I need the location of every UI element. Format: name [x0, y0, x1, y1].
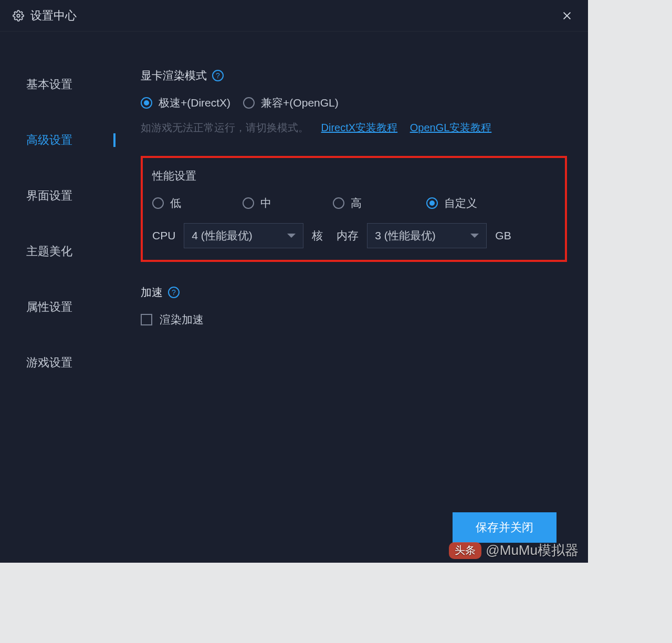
- sidebar: 基本设置 高级设置 界面设置 主题美化 属性设置 游戏设置: [0, 68, 116, 515]
- accelerate-title: 加速: [141, 285, 163, 300]
- mem-label: 内存: [337, 228, 359, 243]
- save-close-button[interactable]: 保存并关闭: [453, 512, 556, 543]
- sidebar-item-label: 界面设置: [26, 189, 72, 202]
- close-button[interactable]: [559, 7, 575, 24]
- radio-icon: [141, 97, 152, 109]
- dropdown-value: 3 (性能最优): [375, 228, 436, 243]
- titlebar: 设置中心: [0, 0, 588, 31]
- radio-icon: [243, 197, 254, 209]
- sidebar-item-property[interactable]: 属性设置: [26, 291, 116, 323]
- render-mode-section: 显卡渲染模式 ? 极速+(DirectX) 兼容+(OpenGL) 如游戏无法正…: [141, 68, 567, 135]
- sidebar-item-label: 基本设置: [26, 78, 72, 91]
- radio-label: 中: [260, 196, 271, 210]
- radio-high[interactable]: 高: [333, 196, 426, 210]
- dropdown-value: 4 (性能最优): [192, 228, 253, 243]
- radio-label: 兼容+(OpenGL): [261, 96, 339, 110]
- radio-label: 自定义: [444, 196, 477, 210]
- performance-section: 性能设置 低 中 高 自定义: [141, 156, 567, 262]
- sidebar-item-advanced[interactable]: 高级设置: [26, 124, 116, 156]
- sidebar-item-theme[interactable]: 主题美化: [26, 235, 116, 268]
- chevron-down-icon: [470, 234, 479, 238]
- mem-unit: GB: [495, 229, 511, 242]
- radio-custom[interactable]: 自定义: [426, 196, 477, 210]
- background-margin: [0, 563, 672, 643]
- radio-opengl[interactable]: 兼容+(OpenGL): [243, 96, 339, 110]
- svg-point-0: [17, 14, 20, 17]
- window-title: 设置中心: [30, 8, 77, 24]
- watermark-text: @MuMu模拟器: [486, 541, 579, 560]
- radio-medium[interactable]: 中: [243, 196, 333, 210]
- radio-icon: [333, 197, 344, 209]
- render-mode-title: 显卡渲染模式: [141, 68, 207, 83]
- radio-icon: [426, 197, 438, 209]
- radio-directx[interactable]: 极速+(DirectX): [141, 96, 230, 110]
- cpu-unit: 核: [312, 228, 323, 243]
- gear-icon: [13, 10, 24, 22]
- cpu-label: CPU: [152, 229, 175, 242]
- mem-dropdown[interactable]: 3 (性能最优): [367, 223, 487, 248]
- sidebar-item-label: 属性设置: [26, 300, 72, 313]
- link-opengl-tutorial[interactable]: OpenGL安装教程: [410, 122, 492, 133]
- sidebar-item-label: 高级设置: [26, 133, 72, 146]
- background-margin: [588, 0, 672, 563]
- cpu-dropdown[interactable]: 4 (性能最优): [184, 223, 303, 248]
- hint-text: 如游戏无法正常运行，请切换模式。: [141, 122, 309, 133]
- radio-low[interactable]: 低: [152, 196, 243, 210]
- radio-icon: [243, 97, 255, 109]
- checkbox-label: 渲染加速: [160, 312, 204, 327]
- sidebar-item-basic[interactable]: 基本设置: [26, 68, 116, 101]
- radio-label: 极速+(DirectX): [159, 96, 230, 110]
- sidebar-item-label: 游戏设置: [26, 356, 72, 369]
- radio-icon: [152, 197, 164, 209]
- watermark-badge: 头条: [449, 542, 481, 559]
- chevron-down-icon: [287, 234, 296, 238]
- sidebar-item-label: 主题美化: [26, 245, 72, 258]
- help-icon[interactable]: ?: [168, 287, 180, 298]
- sidebar-item-interface[interactable]: 界面设置: [26, 180, 116, 212]
- sidebar-item-game[interactable]: 游戏设置: [26, 346, 116, 379]
- radio-label: 低: [170, 196, 181, 210]
- link-directx-tutorial[interactable]: DirectX安装教程: [321, 122, 398, 133]
- accelerate-section: 加速 ? 渲染加速: [141, 285, 567, 327]
- watermark: 头条 @MuMu模拟器: [449, 541, 579, 560]
- help-icon[interactable]: ?: [212, 70, 224, 81]
- radio-label: 高: [351, 196, 362, 210]
- render-accel-checkbox[interactable]: [141, 314, 152, 325]
- render-mode-hint: 如游戏无法正常运行，请切换模式。 DirectX安装教程 OpenGL安装教程: [141, 121, 567, 135]
- performance-title: 性能设置: [152, 168, 555, 183]
